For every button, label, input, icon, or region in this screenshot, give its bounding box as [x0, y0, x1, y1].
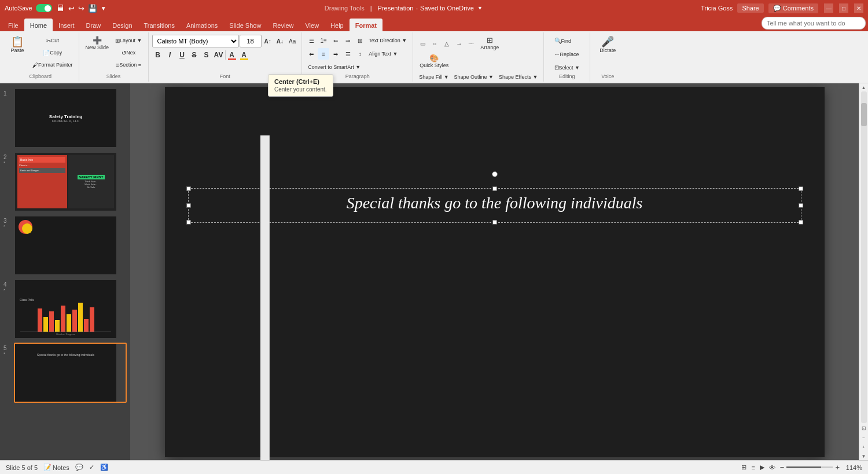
replace-button[interactable]: ↔ Replace: [552, 49, 582, 60]
shape-ellipse[interactable]: ○: [429, 38, 440, 49]
close-button[interactable]: ✕: [854, 3, 863, 13]
decrease-font-button[interactable]: A↓: [274, 35, 286, 47]
tab-view[interactable]: View: [299, 19, 325, 31]
zoom-out-icon[interactable]: −: [860, 433, 868, 442]
quick-styles-button[interactable]: 🎨 Quick Styles: [417, 53, 451, 70]
right-scrollbar[interactable]: ▲ ⊡ − + ▼: [859, 83, 868, 460]
slide-thumb-1[interactable]: 1 Safety Training PARKFIELD, LLC: [3, 88, 127, 148]
font-family-select[interactable]: Calisto MT (Body): [152, 35, 239, 47]
text-direction-button[interactable]: Text Direction ▼: [366, 35, 409, 46]
zoom-slider[interactable]: [786, 466, 833, 468]
maximize-button[interactable]: □: [839, 3, 848, 13]
more-icon[interactable]: ▼: [101, 5, 106, 12]
reset-button[interactable]: ↺ Nex: [113, 47, 144, 58]
handle-tl[interactable]: [186, 186, 191, 191]
slide-panel[interactable]: 1 Safety Training PARKFIELD, LLC 2 * Bas…: [0, 83, 130, 460]
numbering-button[interactable]: 1≡: [318, 35, 329, 46]
indent-button[interactable]: ⇒: [342, 35, 354, 46]
scroll-thumb[interactable]: [861, 103, 867, 126]
tab-animations[interactable]: Animations: [181, 19, 223, 31]
scroll-up-button[interactable]: ▲: [860, 83, 868, 91]
accessibility-icon[interactable]: ♿: [100, 464, 108, 471]
handle-tm[interactable]: [492, 186, 497, 191]
highlight-button[interactable]: A: [238, 49, 250, 61]
underline-button[interactable]: U: [176, 49, 188, 61]
rotate-handle[interactable]: [492, 171, 498, 177]
slide-thumb-5[interactable]: 5 * Special thanks go to the following i…: [3, 343, 127, 403]
tab-draw[interactable]: Draw: [80, 19, 107, 31]
share-icon[interactable]: Share: [737, 3, 763, 13]
shape-effects-button[interactable]: Shape Effects ▼: [496, 71, 540, 83]
select-button[interactable]: ⊡ Select ▼: [552, 62, 582, 74]
save-dropdown-icon[interactable]: ▼: [477, 5, 483, 11]
tab-insert[interactable]: Insert: [53, 19, 80, 31]
paste-button[interactable]: 📋 Paste: [6, 35, 29, 55]
align-left-button[interactable]: ⬅: [306, 48, 317, 60]
shape-rect[interactable]: ▭: [417, 38, 428, 49]
zoom-out-button[interactable]: −: [780, 463, 785, 472]
scroll-track[interactable]: [861, 91, 867, 423]
shape-outline-button[interactable]: Shape Outline ▼: [452, 71, 496, 83]
align-text-button[interactable]: Align Text ▼: [366, 48, 400, 60]
thumb-container-5[interactable]: Special thanks go to the following indiv…: [14, 343, 127, 403]
thumb-container-3[interactable]: [14, 215, 127, 275]
view-slideshow-icon[interactable]: ▶: [760, 464, 764, 471]
shape-arrow[interactable]: →: [453, 38, 465, 49]
tab-review[interactable]: Review: [267, 19, 299, 31]
layout-button[interactable]: ⊞ Layout ▼: [113, 35, 144, 46]
find-button[interactable]: 🔍 Find: [552, 35, 574, 47]
columns-button[interactable]: ⊞: [354, 35, 366, 46]
new-slide-button[interactable]: ➕ New Slide: [83, 35, 112, 52]
thumb-container-4[interactable]: Class Polls Months / Progre: [14, 279, 127, 339]
increase-font-button[interactable]: A↑: [262, 35, 274, 47]
bold-button[interactable]: B: [152, 49, 164, 61]
arrange-button[interactable]: ⊞ Arrange: [477, 35, 502, 52]
zoom-in-button[interactable]: +: [835, 463, 840, 472]
bullets-button[interactable]: ☰: [306, 35, 317, 46]
tab-design[interactable]: Design: [106, 19, 138, 31]
redo-icon[interactable]: ↪: [78, 4, 84, 13]
spelling-icon[interactable]: ✓: [89, 464, 94, 471]
cut-button[interactable]: ✂ Cut: [30, 35, 75, 46]
tab-format[interactable]: Format: [350, 19, 382, 31]
format-painter-button[interactable]: 🖌 Format Painter: [30, 59, 75, 71]
comments-icon[interactable]: 💬 Comments: [768, 3, 818, 13]
thumb-container-1[interactable]: Safety Training PARKFIELD, LLC: [14, 88, 127, 148]
undo-icon[interactable]: ↩: [68, 4, 75, 13]
notes-icon[interactable]: 📝 Notes: [43, 464, 69, 471]
justify-button[interactable]: ☰: [342, 48, 354, 60]
handle-bm[interactable]: [492, 220, 497, 225]
shape-triangle[interactable]: △: [441, 38, 453, 49]
zoom-in-icon[interactable]: +: [860, 443, 868, 451]
copy-button[interactable]: 📄 Copy: [30, 47, 75, 58]
tab-help[interactable]: Help: [325, 19, 350, 31]
fit-page-icon[interactable]: ⊡: [860, 424, 868, 432]
font-size-input[interactable]: [240, 35, 262, 47]
search-input[interactable]: [762, 17, 866, 30]
char-spacing-button[interactable]: AV: [213, 49, 225, 61]
outdent-button[interactable]: ⇐: [330, 35, 341, 46]
shape-fill-button[interactable]: Shape Fill ▼: [417, 71, 451, 83]
strikethrough-button[interactable]: S: [189, 49, 200, 61]
view-outline-icon[interactable]: ≡: [751, 464, 755, 471]
thumb-container-2[interactable]: Basic Info Class in... Basic and Danger.…: [14, 152, 127, 212]
minimize-button[interactable]: —: [824, 3, 833, 13]
align-center-button[interactable]: ≡: [318, 48, 329, 60]
tab-slideshow[interactable]: Slide Show: [223, 19, 267, 31]
section-button[interactable]: ≡ Section =: [113, 59, 144, 71]
view-normal-icon[interactable]: ⊞: [741, 464, 746, 471]
handle-tr[interactable]: [799, 186, 803, 191]
autosave-toggle[interactable]: [36, 4, 52, 12]
shape-more[interactable]: ⋯: [465, 38, 477, 49]
tab-file[interactable]: File: [2, 19, 24, 31]
align-right-button[interactable]: ➡: [330, 48, 341, 60]
slide-thumb-2[interactable]: 2 * Basic Info Class in... Basic and Dan…: [3, 152, 127, 212]
scroll-down-button[interactable]: ▼: [860, 452, 868, 460]
zoom-level[interactable]: 114%: [842, 464, 862, 471]
handle-bl[interactable]: [186, 220, 191, 225]
dictate-button[interactable]: 🎤 Dictate: [597, 35, 619, 55]
tab-transitions[interactable]: Transitions: [138, 19, 181, 31]
font-color-button[interactable]: A: [226, 49, 238, 61]
clear-format-button[interactable]: Aa: [286, 35, 298, 47]
handle-br[interactable]: [799, 220, 803, 225]
